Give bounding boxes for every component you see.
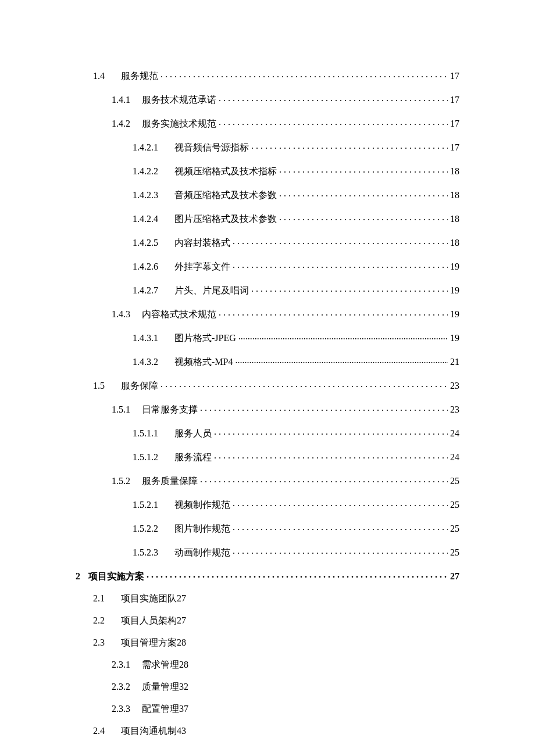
toc-entry-page: 19 [450,334,459,343]
toc-entry-page: 18 [450,238,459,248]
toc-entry[interactable]: 1.4服务规范17 [76,70,459,81]
toc-entry[interactable]: 1.4.3.1图片格式-JPEG 19 [76,332,459,343]
toc-entry-page: 27 [177,616,186,625]
toc-entry-title: 视频格式-MP4 [174,357,233,367]
toc-entry-title: 质量管理 [142,682,179,691]
toc-entry-number: 1.4.2 [112,119,130,128]
toc-entry[interactable]: 2.3项目管理方案28 [76,638,459,647]
toc-entry[interactable]: 1.5.1日常服务支撑23 [76,403,459,414]
toc-entry-title: 服务保障 [121,381,158,390]
toc-entry-page: 17 [450,143,459,152]
toc-entry[interactable]: 1.4.2.2视频压缩格式及技术指标18 [76,165,459,176]
toc-entry-number: 1.5.1.1 [133,429,158,438]
toc-entry-number: 2.3 [93,638,105,647]
toc-entry-number: 2 [76,572,80,581]
toc-entry-number: 2.3.2 [112,682,130,691]
toc-leader-dots [200,403,448,413]
toc-entry-page: 18 [450,191,459,200]
toc-entry-number: 1.4.2.7 [133,286,158,295]
toc-entry-page: 23 [450,381,459,390]
toc-entry[interactable]: 1.5.1.1服务人员24 [76,427,459,438]
toc-entry[interactable]: 1.4.3.2视频格式-MP4 21 [76,356,459,367]
toc-leader-dots [238,332,448,341]
toc-entry[interactable]: 1.4.2.4图片压缩格式及技术参数18 [76,213,459,224]
toc-entry[interactable]: 1.5.2.1视频制作规范25 [76,499,459,510]
toc-entry-title: 服务流程 [174,453,212,462]
toc-leader-dots [251,284,448,293]
toc-entry[interactable]: 1.4.1服务技术规范承诺17 [76,94,459,105]
toc-entry-title: 片头、片尾及唱词 [174,286,249,295]
toc-entry-page: 17 [450,119,459,128]
toc-entry-page: 18 [450,214,459,224]
toc-entry[interactable]: 1.5.2.2图片制作规范25 [76,522,459,533]
toc-entry-page: 27 [177,594,186,603]
toc-entry[interactable]: 1.4.2.5内容封装格式18 [76,237,459,248]
toc-leader-dots [219,94,448,103]
toc-leader-dots [233,499,448,508]
toc-entry-page: 17 [450,71,459,81]
toc-entry-number: 1.5.2.2 [133,524,158,533]
toc-entry[interactable]: 2.3.1需求管理28 [76,660,459,669]
toc-entry-number: 1.5.1.2 [133,453,158,462]
toc-entry[interactable]: 1.4.3内容格式技术规范19 [76,308,459,319]
toc-entry-page: 43 [177,726,186,736]
toc-entry[interactable]: 1.5.2服务质量保障25 [76,475,459,486]
toc-leader-dots [235,356,448,365]
toc-entry-page: 28 [179,660,188,669]
toc-entry[interactable]: 2项目实施方案27 [76,570,459,581]
toc-entry-title: 项目实施团队 [121,594,177,603]
toc-entry-page: 25 [450,524,459,533]
toc-entry-number: 1.5.1 [112,405,130,414]
toc-entry-page: 18 [450,167,459,176]
toc-entry[interactable]: 1.5服务保障23 [76,379,459,390]
table-of-contents: 1.4服务规范171.4.1服务技术规范承诺171.4.2服务实施技术规范171… [76,70,459,736]
toc-entry-page: 25 [450,500,459,510]
toc-leader-dots [219,308,448,317]
toc-entry-number: 2.4 [93,726,105,736]
toc-leader-dots [147,570,448,579]
toc-entry-number: 2.2 [93,616,105,625]
toc-entry-title: 项目人员架构 [121,616,177,625]
toc-entry[interactable]: 2.2项目人员架构27 [76,616,459,625]
toc-entry-number: 1.4.3.1 [133,334,158,343]
toc-entry-page: 25 [450,548,459,557]
toc-entry[interactable]: 1.4.2.1视音频信号源指标17 [76,141,459,152]
toc-entry-page: 19 [450,262,459,271]
toc-entry-title: 服务规范 [121,71,158,81]
toc-entry[interactable]: 2.1项目实施团队27 [76,594,459,603]
toc-entry-number: 1.4.3.2 [133,357,158,367]
toc-entry-number: 1.4.1 [112,95,130,105]
toc-entry-title: 日常服务支撑 [142,405,198,414]
toc-entry-number: 2.3.3 [112,704,130,714]
toc-entry-page: 28 [177,638,186,647]
toc-entry-title: 图片制作规范 [174,524,230,533]
toc-entry-number: 2.3.1 [112,660,130,669]
toc-entry-number: 1.5.2 [112,476,130,486]
toc-entry-title: 配置管理 [142,704,179,714]
toc-entry[interactable]: 1.4.2.6外挂字幕文件19 [76,260,459,271]
toc-entry[interactable]: 2.4项目沟通机制43 [76,726,459,736]
toc-entry[interactable]: 2.3.2质量管理32 [76,682,459,691]
toc-entry[interactable]: 1.4.2.7片头、片尾及唱词19 [76,284,459,295]
toc-entry-page: 32 [179,682,188,691]
toc-entry-title: 外挂字幕文件 [174,262,230,271]
toc-leader-dots [200,475,448,484]
toc-entry-number: 1.4.2.4 [133,214,158,224]
toc-entry-title: 视频制作规范 [174,500,230,510]
toc-entry-page: 17 [450,95,459,105]
toc-entry[interactable]: 1.5.2.3动画制作规范25 [76,546,459,557]
toc-entry-number: 1.4.2.5 [133,238,158,248]
toc-leader-dots [233,260,448,270]
toc-entry-page: 25 [450,476,459,486]
toc-entry-number: 1.4 [93,71,105,81]
toc-entry-number: 2.1 [93,594,105,603]
toc-entry-title: 需求管理 [142,660,179,669]
toc-entry-title: 项目沟通机制 [121,726,177,736]
toc-entry-title: 内容封装格式 [174,238,230,248]
toc-entry-title: 内容格式技术规范 [142,310,216,319]
toc-entry[interactable]: 1.5.1.2服务流程24 [76,451,459,462]
toc-entry[interactable]: 1.4.2.3音频压缩格式及技术参数18 [76,189,459,200]
toc-entry[interactable]: 1.4.2服务实施技术规范17 [76,117,459,128]
toc-entry[interactable]: 2.3.3配置管理37 [76,704,459,714]
toc-entry-page: 24 [450,429,459,438]
